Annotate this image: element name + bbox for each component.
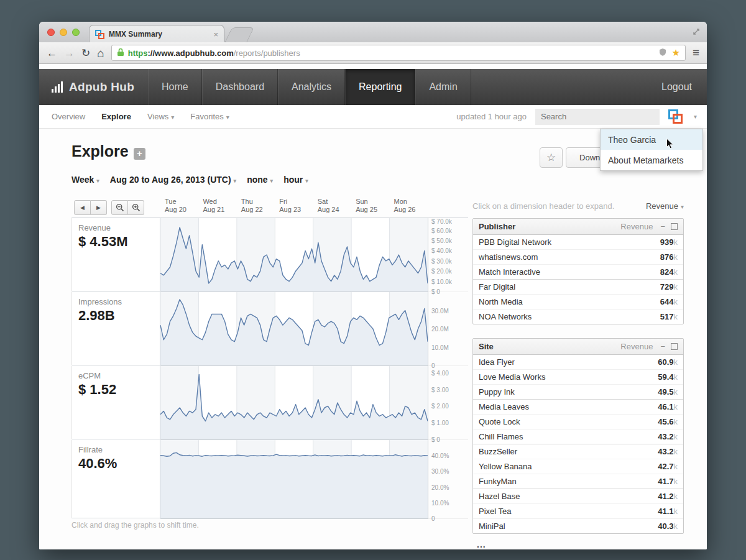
search-input[interactable] [535, 109, 660, 125]
page-title: Explore [71, 142, 129, 160]
revenue-y-axis: $ 70.0k$ 60.0k$ 50.0k$ 40.0k$ 30.0k$ 20.… [428, 218, 468, 292]
table-row[interactable]: PBB Digital Network 939k [473, 235, 683, 250]
row-name: FunkyMan [479, 477, 517, 486]
nav-item-admin[interactable]: Admin [415, 69, 471, 105]
expand-box-icon[interactable] [671, 223, 678, 230]
row-name: PBB Digital Network [479, 237, 551, 247]
table-row[interactable]: Pixel Tea 41.1k [473, 504, 683, 519]
dimension-header[interactable]: Publisher [479, 222, 515, 231]
granularity-dropdown[interactable]: hour▾ [283, 175, 308, 185]
table-row[interactable]: NOA Networks 517k [473, 310, 683, 324]
browser-menu-icon[interactable]: ≡ [693, 46, 699, 60]
row-value: 46.1k [658, 402, 678, 411]
table-row[interactable]: whatisnews.com 876k [473, 250, 683, 265]
impressions-row: Impressions 2.98B 30.0M20.0M10.0M0 [71, 292, 468, 366]
table-row[interactable]: BuzzSeller 43.2k [473, 444, 683, 459]
reload-icon[interactable]: ↻ [81, 48, 90, 58]
subnav-item-favorites[interactable]: Favorites▾ [190, 112, 229, 121]
table-row[interactable]: Idea Flyer 60.9k [473, 355, 683, 370]
table-row[interactable]: Hazel Base 41.2k [473, 489, 683, 504]
revenue-chart[interactable] [160, 218, 428, 292]
table-row[interactable]: North Media 644k [473, 295, 683, 310]
mouse-cursor [666, 138, 674, 152]
pan-buttons: ◀ ▶ [74, 200, 107, 215]
site-table-header[interactable]: Site Revenue − [473, 339, 683, 355]
back-icon[interactable]: ← [47, 48, 57, 58]
revenue-metric-cell[interactable]: Revenue $ 4.53M [71, 218, 160, 291]
row-value: 41.1k [658, 507, 678, 516]
table-row[interactable]: Quote Lock 45.6k [473, 415, 683, 429]
row-value: 939k [660, 237, 678, 247]
table-row[interactable]: Chill Flames 43.2k [473, 429, 683, 444]
ecpm-metric-cell[interactable]: eCPM $ 1.52 [71, 366, 160, 439]
subnav-item-explore[interactable]: Explore [101, 112, 131, 121]
table-row[interactable]: Puppy Ink 49.5k [473, 385, 683, 400]
shield-icon[interactable] [659, 48, 666, 58]
home-icon[interactable]: ⌂ [97, 47, 104, 59]
table-row[interactable]: Match Interactive 824k [473, 265, 683, 280]
more-rows-indicator[interactable]: ... [477, 539, 684, 549]
table-row[interactable]: FunkyMan 41.7k [473, 474, 683, 489]
brand[interactable]: Adpub Hub [39, 69, 148, 105]
dimension-header[interactable]: Site [479, 342, 494, 351]
subnav-item-overview[interactable]: Overview [52, 112, 85, 121]
metric-selector-dropdown[interactable]: Revenue▾ [646, 201, 684, 211]
split-dropdown[interactable]: none▾ [247, 175, 273, 185]
nav-item-analytics[interactable]: Analytics [278, 69, 345, 105]
brand-name: Adpub Hub [69, 80, 134, 94]
expand-icon[interactable] [692, 27, 701, 39]
bookmark-star-icon[interactable]: ★ [671, 47, 679, 58]
metamarkets-logo-icon[interactable] [668, 109, 683, 124]
row-value: 60.9k [658, 357, 678, 367]
browser-tab[interactable]: MMX Summary × [89, 25, 224, 43]
collapse-icon[interactable]: − [660, 342, 665, 351]
address-bar[interactable]: https://www.adpubhub.com/reports/publish… [111, 45, 686, 61]
new-tab-button[interactable] [224, 27, 254, 43]
nav-item-home[interactable]: Home [148, 69, 202, 105]
zoom-in-button[interactable] [128, 200, 144, 215]
nav-item-reporting[interactable]: Reporting [345, 69, 415, 105]
expand-box-icon[interactable] [671, 343, 678, 350]
row-name: North Media [479, 297, 523, 306]
zoom-window-button[interactable] [72, 29, 80, 36]
pan-left-button[interactable]: ◀ [74, 200, 91, 215]
fillrate-metric-cell[interactable]: Fillrate 40.6% [71, 440, 160, 518]
publisher-table-header[interactable]: Publisher Revenue − [473, 219, 683, 235]
fillrate-y-axis: 40.0%30.0%20.0%10.0%0 [428, 440, 468, 519]
forward-icon[interactable]: → [64, 48, 75, 58]
tab-close-icon[interactable]: × [213, 30, 218, 39]
favorite-star-button[interactable]: ☆ [540, 147, 563, 168]
subnav-item-views[interactable]: Views▾ [147, 112, 174, 121]
zoom-out-button[interactable] [111, 200, 128, 215]
table-row[interactable]: Far Digital 729k [473, 280, 683, 295]
table-row[interactable]: Love Media Works 59.4k [473, 370, 683, 385]
user-menu-caret-icon[interactable]: ▾ [694, 113, 697, 120]
close-window-button[interactable] [47, 29, 55, 36]
nav-item-dashboard[interactable]: Dashboard [202, 69, 278, 105]
impressions-metric-cell[interactable]: Impressions 2.98B [71, 292, 160, 365]
filter-bar: Week▾ Aug 20 to Aug 26, 2013 (UTC)▾ none… [71, 175, 308, 185]
add-view-button[interactable]: + [134, 148, 145, 160]
table-row[interactable]: MiniPal 40.3k [473, 519, 683, 533]
zoom-buttons [111, 200, 144, 215]
logout-button[interactable]: Logout [647, 69, 707, 105]
date-range-dropdown[interactable]: Aug 20 to Aug 26, 2013 (UTC)▾ [110, 175, 236, 185]
fillrate-chart[interactable] [160, 440, 428, 519]
impressions-chart[interactable] [160, 292, 428, 366]
table-row[interactable]: Media Leaves 46.1k [473, 400, 683, 415]
table-row[interactable]: Yellow Banana 42.7k [473, 459, 683, 474]
browser-toolbar: ← → ↻ ⌂ https://www.adpubhub.com/reports… [39, 42, 707, 64]
day-label: ThuAug 22 [237, 198, 275, 214]
user-menu-item[interactable]: About Metamarkets [601, 150, 702, 170]
ecpm-chart[interactable] [160, 366, 428, 440]
row-value: 43.2k [658, 447, 678, 456]
user-menu-item[interactable]: Theo Garcia [601, 129, 702, 150]
pan-right-button[interactable]: ▶ [91, 200, 107, 215]
row-name: Far Digital [479, 282, 515, 291]
row-value: 42.7k [658, 462, 678, 471]
lock-icon [117, 48, 124, 58]
range-type-dropdown[interactable]: Week▾ [71, 175, 99, 185]
collapse-icon[interactable]: − [660, 222, 665, 231]
last-updated-text: updated 1 hour ago [456, 112, 527, 121]
minimize-window-button[interactable] [60, 29, 67, 36]
